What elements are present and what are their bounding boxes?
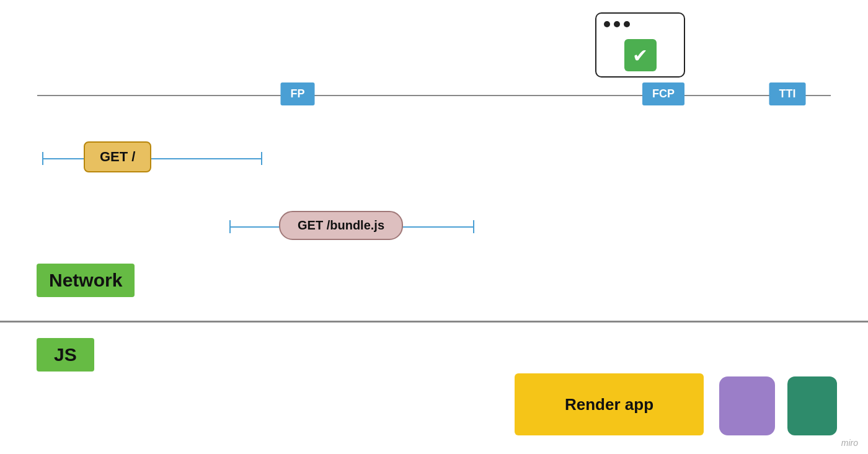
teal-box [787,376,837,435]
browser-dot-3 [624,21,630,27]
get-root-bracket-right [261,152,262,165]
get-root-label: GET / [84,141,151,172]
milestone-fp: FP [280,82,314,105]
browser-body: ✔ [595,34,685,78]
render-app-label: Render app [565,395,653,414]
browser-dot-1 [604,21,610,27]
miro-watermark: miro [841,438,858,448]
get-bundle-bracket-left [229,220,231,233]
milestone-fcp: FCP [642,82,684,105]
checkmark-icon: ✔ [624,39,657,71]
milestone-tti: TTI [769,82,806,105]
get-bundle-bracket-right [473,220,474,233]
timeline-line [37,95,831,96]
render-app-box: Render app [515,373,704,435]
browser-window-icon: ✔ [595,12,685,78]
purple-box [719,376,775,435]
js-section-label: JS [37,338,94,372]
section-separator [0,321,868,323]
diagram-container: FP FCP TTI ✔ GET / GET /bundle.js Netwo [0,0,868,454]
network-section-label: Network [37,264,135,297]
browser-dot-2 [614,21,620,27]
get-root-bracket-left [42,152,43,165]
get-bundle-label: GET /bundle.js [279,211,403,240]
get-root-line [42,158,262,159]
browser-titlebar [595,12,685,34]
